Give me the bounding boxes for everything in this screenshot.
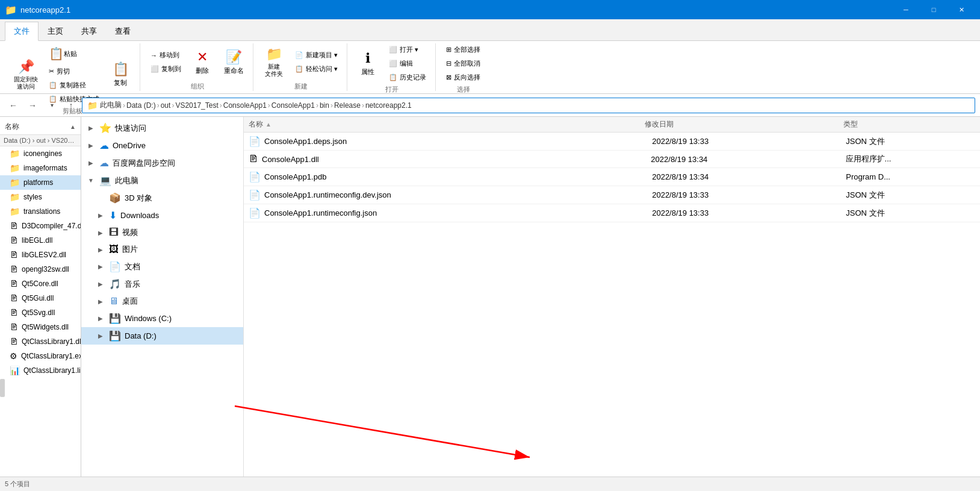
copy-button[interactable]: 📋 复制 <box>106 58 135 90</box>
tree-label: 3D 对象 <box>125 193 152 204</box>
tab-file[interactable]: 文件 <box>5 22 39 41</box>
sidebar-item-label: Qt5Widgets.dll <box>22 323 69 331</box>
ribbon-tabs: 文件 主页 共享 查看 <box>0 19 980 41</box>
select-all-button[interactable]: ⊞ 全部选择 <box>442 43 485 56</box>
sidebar-item-styles[interactable]: 📁 styles <box>0 190 81 204</box>
sidebar-item-libgles[interactable]: 🖹 libGLESV2.dll <box>0 248 81 262</box>
tree-item-music[interactable]: ▶ 🎵 音乐 <box>81 275 243 293</box>
file-row-runtime[interactable]: 📄 ConsoleApp1.runtimeconfig.json 2022/8/… <box>244 204 980 222</box>
rename-button[interactable]: 📝 重命名 <box>219 46 248 78</box>
breadcrumb-part-7[interactable]: Release <box>334 101 361 110</box>
breadcrumb-part-2[interactable]: out <box>161 101 171 110</box>
tree-item-baidu[interactable]: ▶ ☁ 百度网盘同步空间 <box>81 154 243 172</box>
sidebar-item-d3d[interactable]: 🖹 D3Dcompiler_47.dll <box>0 219 81 233</box>
copy-label: 复制 <box>114 78 127 87</box>
sep-0: › <box>123 101 125 110</box>
breadcrumb-part-3[interactable]: VS2017_Test <box>175 101 218 110</box>
col-type-header[interactable]: 类型 <box>843 119 975 130</box>
sidebar-item-qt5core[interactable]: 🖹 Qt5Core.dll <box>0 277 81 291</box>
breadcrumb-part-6[interactable]: bin <box>320 101 329 110</box>
file-row-runtimedev[interactable]: 📄 ConsoleApp1.runtimeconfig.dev.json 202… <box>244 186 980 204</box>
tree-item-pictures[interactable]: ▶ 🖼 图片 <box>81 241 243 258</box>
open-button[interactable]: ⬜ 打开 ▾ <box>385 43 430 56</box>
file-name-dll: ConsoleApp1.dll <box>262 155 651 164</box>
new-item-button[interactable]: 📄 新建项目 ▾ <box>291 49 342 61</box>
tree-item-video[interactable]: ▶ 🎞 视频 <box>81 224 243 241</box>
breadcrumb-part-5[interactable]: ConsoleApp1 <box>271 101 315 110</box>
sidebar-item-opengl[interactable]: 🖹 opengl32sw.dll <box>0 262 81 277</box>
copy-path-button[interactable]: 📋 复制路径 <box>45 79 104 92</box>
tab-view[interactable]: 查看 <box>106 22 140 41</box>
cut-button[interactable]: ✂ 剪切 <box>45 65 104 78</box>
forward-button[interactable]: → <box>24 97 41 114</box>
tree-item-quickaccess[interactable]: ▶ ⭐ 快速访问 <box>81 119 243 137</box>
move-to-button[interactable]: → 移动到 <box>146 49 185 61</box>
edit-button[interactable]: ⬜ 编辑 <box>385 57 430 70</box>
invert-select-button[interactable]: ⊠ 反向选择 <box>442 71 485 84</box>
ribbon-col-copy: 📋 粘贴 ✂ 剪切 📋 复制路径 📋 粘贴快捷方式 <box>45 43 104 105</box>
pin-quick-access-button[interactable]: 📌 固定到快速访问 <box>10 56 42 93</box>
minimize-button[interactable]: ─ <box>892 0 920 19</box>
recent-button[interactable]: ▾ <box>43 97 60 114</box>
breadcrumb-part-0[interactable]: 此电脑 <box>100 100 122 110</box>
select-none-button[interactable]: ⊟ 全部取消 <box>442 57 485 70</box>
tree-item-documents[interactable]: ▶ 📄 文档 <box>81 258 243 275</box>
close-button[interactable]: ✕ <box>947 0 975 19</box>
dll-icon: 🖹 <box>10 221 18 231</box>
sidebar-item-qt5svg[interactable]: 🖹 Qt5Svg.dll <box>0 305 81 320</box>
paste-label: 粘贴 <box>64 49 77 58</box>
sidebar-item-iconengines[interactable]: 📁 iconengines <box>0 146 81 161</box>
col-date-header[interactable]: 修改日期 <box>645 119 843 130</box>
sep-5: › <box>316 101 318 110</box>
file-row-dll[interactable]: 🖹 ConsoleApp1.dll 2022/8/19 13:34 应用程序扩.… <box>244 151 980 168</box>
properties-icon: ℹ <box>365 51 370 66</box>
tree-item-thispc[interactable]: ▼ 💻 此电脑 <box>81 172 243 189</box>
tree-item-desktop[interactable]: ▶ 🖥 桌面 <box>81 293 243 310</box>
sidebar-item-imageformats[interactable]: 📁 imageformats <box>0 161 81 175</box>
sep-4: › <box>268 101 270 110</box>
sidebar-item-translations[interactable]: 📁 translations <box>0 204 81 219</box>
open-col: ⬜ 打开 ▾ ⬜ 编辑 📋 历史记录 <box>385 43 430 84</box>
breadcrumb-part-8[interactable]: netcoreapp2.1 <box>365 101 412 110</box>
easy-access-button[interactable]: 📋 轻松访问 ▾ <box>291 63 342 75</box>
col-date-label: 修改日期 <box>645 119 674 130</box>
ribbon-group-new: 📁 新建文件夹 📄 新建项目 ▾ 📋 轻松访问 ▾ 新建 <box>255 43 347 91</box>
history-button[interactable]: 📋 历史记录 <box>385 71 430 84</box>
sidebar-item-qtclass1[interactable]: 🖹 QtClassLibrary1.dll <box>0 334 81 349</box>
tab-share[interactable]: 共享 <box>72 22 106 41</box>
breadcrumb-part-4[interactable]: ConsoleApp1 <box>223 101 267 110</box>
sidebar-item-qt5gui[interactable]: 🖹 Qt5Gui.dll <box>0 291 81 305</box>
col-name-header[interactable]: 名称 ▲ <box>249 119 645 130</box>
tree-item-3dobject[interactable]: 📦 3D 对象 <box>81 189 243 207</box>
address-bar[interactable]: 📁 此电脑 › Data (D:) › out › VS2017_Test › … <box>82 98 975 113</box>
expand-icon: ▶ <box>96 212 105 219</box>
up-button[interactable]: ↑ <box>63 97 79 114</box>
file-type-pdb: Program D... <box>846 172 975 181</box>
folder-icon: 📁 <box>10 207 20 216</box>
back-button[interactable]: ← <box>5 97 22 114</box>
new-folder-button[interactable]: 📁 新建文件夹 <box>259 43 288 81</box>
quickaccess-icon: ⭐ <box>99 122 111 134</box>
tab-home[interactable]: 主页 <box>39 22 72 41</box>
file-row-deps[interactable]: 📄 ConsoleApp1.deps.json 2022/8/19 13:33 … <box>244 133 980 151</box>
maximize-button[interactable]: □ <box>920 0 947 19</box>
delete-label: 删除 <box>196 66 209 75</box>
delete-button[interactable]: ✕ 删除 <box>188 46 217 78</box>
sidebar-item-platforms[interactable]: 📁 platforms <box>0 175 81 190</box>
sidebar-item-qtclass-lib[interactable]: 📊 QtClassLibrary1.lib <box>0 363 81 378</box>
tree-item-downloads[interactable]: ▶ ⬇ Downloads <box>81 207 243 224</box>
sidebar-item-libegl[interactable]: 🖹 libEGL.dll <box>0 233 81 248</box>
tree-item-data-d[interactable]: ▶ 💾 Data (D:) <box>81 327 243 345</box>
sidebar-item-qtclass-exp[interactable]: ⚙ QtClassLibrary1.exp <box>0 349 81 363</box>
paste-button[interactable]: 📋 粘贴 <box>45 43 104 64</box>
copy-to-button[interactable]: ⬜ 复制到 <box>146 63 185 75</box>
tree-item-windows-c[interactable]: ▶ 💾 Windows (C:) <box>81 310 243 327</box>
object-icon: 📦 <box>109 192 121 204</box>
sidebar-item-qt5widgets[interactable]: 🖹 Qt5Widgets.dll <box>0 320 81 334</box>
breadcrumb-part-1[interactable]: Data (D:) <box>126 101 156 110</box>
file-row-pdb[interactable]: 📄 ConsoleApp1.pdb 2022/8/19 13:34 Progra… <box>244 168 980 186</box>
properties-button[interactable]: ℹ 属性 <box>353 48 382 80</box>
expand-icon: ▶ <box>96 298 105 305</box>
tree-item-onedrive[interactable]: ▶ ☁ OneDrive <box>81 137 243 154</box>
cut-icon: ✂ <box>49 67 54 75</box>
